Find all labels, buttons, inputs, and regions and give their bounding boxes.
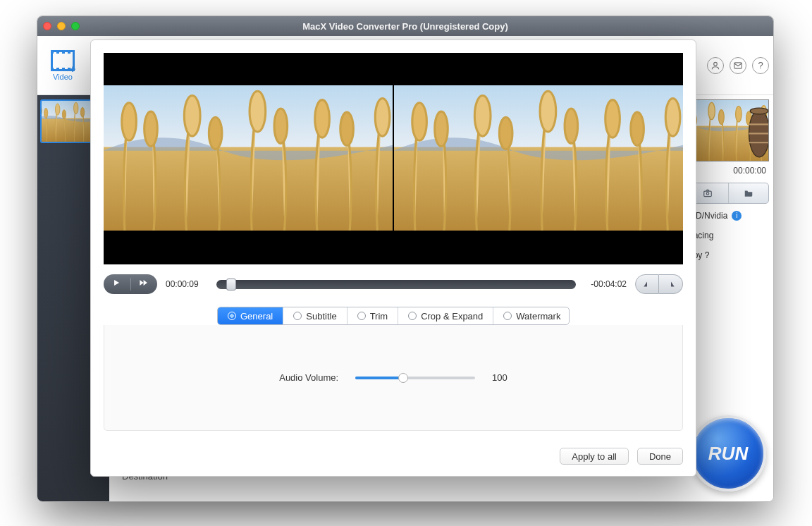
add-video-button[interactable]: + Video — [42, 50, 84, 81]
mini-preview — [687, 99, 769, 161]
svg-point-17 — [707, 192, 710, 195]
mail-icon[interactable] — [730, 57, 746, 74]
tab-subtitle[interactable]: Subtitle — [283, 307, 347, 324]
slider-fill — [355, 377, 403, 379]
browse-folder-icon[interactable] — [728, 183, 769, 203]
option-auto-copy[interactable]: opy ? — [687, 243, 769, 263]
radio-icon — [503, 312, 512, 320]
help-icon[interactable]: ? — [752, 57, 769, 74]
mini-preview-controls — [687, 183, 769, 204]
preview-result — [394, 53, 683, 264]
svg-point-14 — [714, 62, 718, 66]
play-button[interactable] — [111, 278, 121, 290]
remaining-time: -00:04:02 — [584, 279, 627, 289]
radio-icon — [228, 312, 236, 320]
audio-volume-slider[interactable] — [355, 377, 475, 379]
preview-pair — [104, 53, 683, 264]
add-video-label: Video — [42, 73, 84, 81]
account-icon[interactable] — [707, 57, 724, 74]
radio-icon — [408, 312, 417, 320]
preview-original — [104, 53, 393, 264]
radio-icon — [357, 312, 366, 320]
run-label: RUN — [708, 443, 748, 465]
general-panel: Audio Volume: 100 — [104, 325, 683, 431]
titlebar: MacX Video Converter Pro (Unregistered C… — [37, 16, 773, 36]
playback-controls — [104, 274, 157, 294]
editor-tabs: General Subtitle Trim Crop & Expand Wate… — [217, 307, 570, 325]
audio-volume-value: 100 — [492, 372, 508, 383]
apply-to-all-button[interactable]: Apply to all — [560, 448, 629, 465]
mini-preview-time: 00:00:00 — [687, 161, 769, 183]
tab-general[interactable]: General — [218, 307, 283, 324]
scrub-track[interactable] — [216, 280, 576, 289]
audio-volume-label: Audio Volume: — [279, 372, 338, 383]
slider-knob[interactable] — [398, 373, 408, 383]
done-button[interactable]: Done — [637, 448, 683, 465]
elapsed-time: 00:00:09 — [166, 279, 208, 289]
radio-icon — [293, 312, 302, 320]
fast-forward-button[interactable] — [130, 278, 149, 290]
window-title: MacX Video Converter Pro (Unregistered C… — [37, 21, 773, 32]
tab-watermark[interactable]: Watermark — [493, 307, 570, 324]
tab-crop-expand[interactable]: Crop & Expand — [398, 307, 493, 324]
svg-rect-16 — [704, 191, 712, 197]
tab-trim[interactable]: Trim — [347, 307, 399, 324]
info-icon[interactable]: i — [732, 211, 742, 221]
option-hw-accel[interactable]: MD/Nvidiai — [687, 204, 769, 224]
run-button[interactable]: RUN — [690, 415, 766, 491]
playback-row: 00:00:09 -00:04:02 — [104, 274, 683, 294]
editor-dialog: 00:00:09 -00:04:02 General Subtitle Trim… — [90, 39, 696, 477]
option-deinterlace[interactable]: rlacing — [687, 224, 769, 243]
rotate-right-button[interactable] — [659, 274, 683, 294]
scrub-knob[interactable] — [226, 279, 236, 290]
rotate-left-button[interactable] — [635, 274, 659, 294]
